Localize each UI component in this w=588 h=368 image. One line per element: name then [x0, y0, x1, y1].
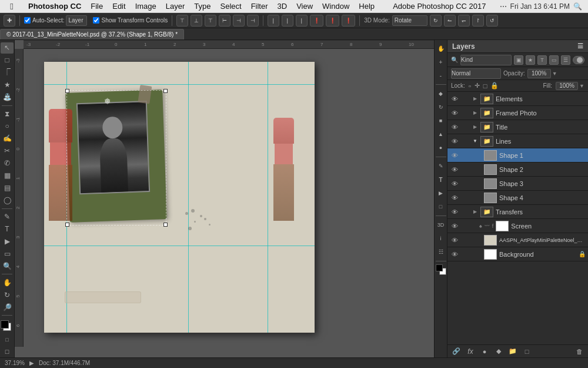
new-layer-btn[interactable]: □ — [522, 347, 532, 356]
layers-menu-icon[interactable]: ☰ — [577, 42, 583, 50]
layer-elements[interactable]: 👁 ▶ 📁 Elements — [447, 92, 588, 106]
pixel-filter-btn[interactable]: ▣ — [514, 55, 523, 65]
pen-r[interactable]: ✎ — [435, 160, 447, 172]
lock-all-btn[interactable]: 🔒 — [490, 82, 499, 89]
filter-toggle[interactable] — [573, 56, 584, 64]
slide-3d-btn[interactable]: ↽ — [458, 15, 470, 26]
link-layers-btn[interactable]: 🔗 — [451, 347, 462, 356]
auto-select-dropdown[interactable]: Layer Group — [66, 15, 87, 26]
eye-shape4[interactable]: 👁 — [450, 193, 459, 203]
spot-heal-tool[interactable]: ○ — [1, 121, 14, 132]
path-select-tool[interactable]: ▶ — [1, 236, 14, 247]
eye-title[interactable]: 👁 — [450, 122, 459, 132]
layer-background[interactable]: 👁 Background 🔒 — [447, 247, 588, 261]
home-3d-btn[interactable]: ↺ — [486, 15, 498, 26]
rotate-view-tool[interactable]: ↻ — [1, 289, 14, 300]
eraser-tool[interactable]: ▦ — [1, 170, 14, 181]
dodge-tool[interactable]: ◯ — [1, 195, 14, 206]
type-tool[interactable]: T — [1, 224, 14, 235]
align-left-btn[interactable]: ⊤ — [176, 15, 188, 26]
layer-shape2[interactable]: 👁 Shape 2 — [447, 163, 588, 177]
quick-mask-tool[interactable]: □ — [1, 334, 14, 345]
quick-select-tool[interactable]: ★ — [1, 79, 14, 91]
distribute-top-btn[interactable]: ❗ — [310, 15, 323, 26]
custom1-r[interactable]: ■ — [435, 115, 447, 127]
show-transform-checkbox[interactable] — [93, 17, 99, 24]
distribute-bottom-btn[interactable]: ❗ — [342, 15, 355, 26]
apple-menu[interactable]:  — [0, 1, 24, 11]
add-mask-btn[interactable]: ● — [479, 347, 490, 356]
opacity-input[interactable] — [527, 69, 551, 78]
zoom-tool[interactable]: 🔍 — [1, 260, 14, 271]
layer-title[interactable]: 👁 ▶ 📁 Title — [447, 120, 588, 134]
new-adjustment-btn[interactable]: ◆ — [493, 347, 504, 356]
fill-input[interactable] — [556, 82, 578, 90]
align-right-btn[interactable]: ⊤ — [205, 15, 216, 26]
align-center-h-btn[interactable]: ⊥ — [191, 15, 202, 26]
rotate-r[interactable]: ↻ — [435, 101, 447, 113]
history-brush-tool[interactable]: ✆ — [1, 158, 14, 169]
scale-3d-btn[interactable]: ↾ — [472, 15, 484, 26]
fill-control[interactable]: ▼ — [556, 82, 584, 90]
info-r[interactable]: i — [435, 233, 447, 244]
opacity-arrow[interactable]: ▼ — [552, 71, 557, 77]
color-fg[interactable] — [436, 264, 446, 275]
crop-tool[interactable]: ⛲ — [1, 92, 14, 103]
eye-shape1[interactable]: 👁 — [450, 151, 459, 160]
eye-shape3[interactable]: 👁 — [450, 179, 459, 188]
eye-framed-photo[interactable]: 👁 — [450, 108, 459, 118]
lasso-tool[interactable]: ⎾ — [1, 67, 14, 78]
expand-elements[interactable]: ▶ — [472, 96, 478, 102]
grid-r[interactable]: ☷ — [435, 246, 447, 258]
menu-edit[interactable]: Edit — [108, 0, 130, 13]
lock-position-btn[interactable]: ✛ — [475, 82, 480, 89]
menu-filter[interactable]: Filter — [246, 0, 273, 13]
arrow-r[interactable]: ▶ — [435, 187, 447, 199]
shape-filter-btn[interactable]: ▭ — [549, 55, 559, 65]
menu-file[interactable]: File — [86, 0, 108, 13]
zoom2-tool[interactable]: 🔎 — [1, 301, 14, 313]
clone-tool[interactable]: ✂ — [1, 145, 14, 157]
layer-shape4[interactable]: 👁 Shape 4 — [447, 191, 588, 205]
align-center-v-btn[interactable]: ⊣ — [233, 15, 245, 26]
layer-effects-btn[interactable]: fx — [465, 347, 476, 356]
expand-framed-photo[interactable]: ▶ — [472, 110, 478, 116]
layer-screen[interactable]: 👁 ♠ 〰 f Screen — [447, 219, 588, 233]
opacity-control[interactable]: ▼ — [527, 69, 557, 78]
custom3-r[interactable]: ● — [435, 142, 447, 154]
smart-filter-btn[interactable]: ☰ — [561, 55, 570, 65]
layer-lines-group[interactable]: 👁 ▼ 📁 Lines — [447, 134, 588, 148]
fill-arrow[interactable]: ▼ — [579, 83, 584, 89]
distribute-center-v-btn[interactable]: ❗ — [326, 15, 339, 26]
document-tab[interactable]: © 2017-01_13_MiniPaletteNoel.psd @ 37.2%… — [0, 29, 184, 39]
lock-artboard-btn[interactable]: □ — [483, 82, 487, 89]
search-icon[interactable]: 🔍 — [573, 2, 582, 11]
eyedrop-r[interactable]: ◆ — [435, 88, 447, 100]
eye-background[interactable]: 👁 — [450, 250, 459, 259]
pen-tool[interactable]: ✎ — [1, 211, 14, 223]
auto-select-checkbox[interactable] — [24, 17, 31, 24]
eye-shape2[interactable]: 👁 — [450, 165, 459, 174]
menu-type[interactable]: Type — [189, 0, 215, 13]
blend-mode-dropdown[interactable]: Normal Multiply Screen Overlay — [451, 68, 501, 79]
brush-tool[interactable]: ✍ — [1, 133, 14, 144]
hand-tool-r[interactable]: ✋ — [435, 42, 447, 54]
eye-screen[interactable]: 👁 — [450, 221, 459, 231]
layer-shape1[interactable]: 👁 Shape 1 — [447, 148, 588, 163]
eye-lines[interactable]: 👁 — [450, 137, 459, 146]
menu-window[interactable]: Window — [318, 0, 354, 13]
align-bottom-btn[interactable]: ⊣ — [247, 15, 259, 26]
menu-select[interactable]: Select — [215, 0, 246, 13]
expand-title[interactable]: ▶ — [472, 124, 478, 130]
menu-view[interactable]: View — [292, 0, 318, 13]
custom2-r[interactable]: ▲ — [435, 128, 447, 140]
menu-app[interactable]: Photoshop CC — [24, 0, 86, 13]
screen-mode-tool[interactable]: ☐ — [1, 346, 14, 357]
marquee-tool[interactable]: □ — [1, 55, 14, 66]
eye-solid-paper[interactable]: 👁 — [450, 236, 459, 245]
new-group-btn[interactable]: 📁 — [507, 347, 518, 356]
eye-transfers[interactable]: 👁 — [450, 207, 459, 217]
lock-pixels-btn[interactable]: ▫ — [469, 82, 471, 89]
expand-lines[interactable]: ▼ — [472, 138, 478, 144]
adjustment-filter-btn[interactable]: ★ — [526, 55, 535, 65]
